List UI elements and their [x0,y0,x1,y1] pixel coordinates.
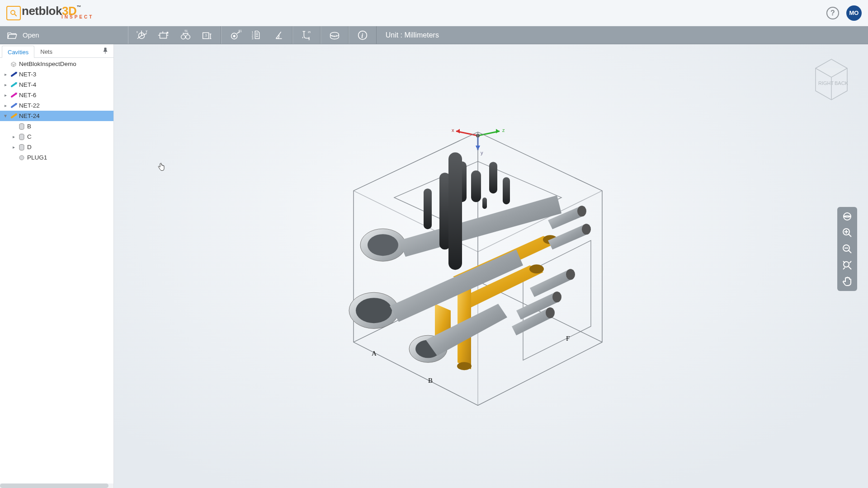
model-render: x z y [322,109,629,417]
logo-subtitle: INSPECT [61,15,121,19]
svg-text:51: 51 [184,29,188,33]
folder-open-icon [7,31,17,39]
sphere-icon [18,155,25,160]
tool-axis-origin[interactable]: xy [131,26,153,44]
tab-cavities[interactable]: Cavities [2,46,34,58]
open-button[interactable]: Open [0,26,47,44]
tool-section-view[interactable] [324,26,345,44]
sidebar-scrollbar[interactable] [0,483,113,488]
tool-dim-2[interactable]: .5 [196,26,218,44]
svg-point-38 [529,264,544,273]
svg-rect-5 [160,33,166,38]
tree-child-label: PLUG1 [27,154,47,161]
svg-rect-58 [482,197,487,209]
tool-cavity-callout[interactable]: 81 [224,26,246,44]
svg-point-50 [546,307,555,318]
svg-text:i: i [361,32,363,39]
svg-rect-56 [503,177,510,204]
pencil-icon [10,84,17,86]
unit-label: Unit : Millimeters [377,31,448,39]
svg-point-46 [577,206,586,216]
tree-child-b[interactable]: B [0,121,113,131]
chevron-icon: ▸ [11,145,16,150]
tree-child-d[interactable]: ▸ D [0,142,113,152]
tree-child-plug1[interactable]: PLUG1 [0,152,113,163]
tree-item-net-24[interactable]: ▼ NET-24 [0,111,113,121]
tool-orbit[interactable] [839,210,855,223]
svg-rect-55 [489,162,497,193]
svg-text:z: z [502,127,505,133]
tool-dim-1[interactable]: 51 [175,26,196,44]
chevron-icon: ▸ [3,93,8,98]
svg-text:RIGHT: RIGHT [818,80,834,86]
tree-item-net-4[interactable]: ▸ NET-4 [0,80,113,90]
tool-zoom-in[interactable] [839,226,855,239]
chevron-icon: ▸ [3,103,8,108]
help-button[interactable]: ? [826,7,839,19]
toolbar-group-5: i [349,26,377,44]
cyl-icon [18,134,25,140]
cyl-icon [18,123,25,130]
main-toolbar: Open xy 51 .5 81 123 25.5 [0,26,868,44]
tree-child-c[interactable]: ▸ C [0,131,113,142]
tree-child-label: B [27,123,31,130]
tree-item-net-3[interactable]: ▸ NET-3 [0,69,113,80]
tree-root[interactable]: NetBlokInspectDemo [0,59,113,69]
sidebar: Cavities Nets NetBlokInspectDemo ▸ NET-3… [0,44,114,488]
tool-step-list[interactable]: 123 [246,26,268,44]
toolbar-group-3: 25.5 [292,26,321,44]
tool-bend[interactable]: 25.5 [296,26,317,44]
tool-fit[interactable] [839,258,855,272]
cursor-indicator [157,163,165,173]
svg-point-6 [167,32,168,33]
block-icon [10,61,17,67]
svg-point-7 [181,35,185,39]
tree-item-label: NET-22 [19,102,40,109]
svg-text:.5: .5 [204,33,207,37]
tool-zoom-out[interactable] [839,242,855,256]
svg-point-47 [582,224,591,235]
tree-item-label: NET-6 [19,92,36,99]
cyl-icon [18,144,25,150]
viewport[interactable]: x z y [114,44,868,488]
svg-point-0 [11,10,15,14]
tree-item-label: NET-4 [19,81,36,88]
tree-item-label: NET-24 [19,113,40,119]
toolbar-group-1: xy 51 .5 [128,26,221,44]
tree-item-net-22[interactable]: ▸ NET-22 [0,100,113,111]
tree-item-label: NET-3 [19,71,36,78]
tool-info[interactable]: i [352,26,373,44]
tab-nets[interactable]: Nets [34,45,58,57]
pencil-icon [10,94,17,96]
pencil-icon [10,74,17,75]
sidebar-tabstrip: Cavities Nets [0,44,113,58]
tool-block-dim[interactable] [153,26,175,44]
svg-text:25: 25 [308,31,311,33]
svg-point-13 [233,35,235,37]
pencil-icon [10,115,17,117]
pin-icon[interactable] [103,47,108,55]
svg-point-49 [552,291,561,302]
svg-text:81: 81 [238,29,242,33]
svg-text:A: A [372,350,377,357]
svg-text:x: x [137,30,138,33]
tool-angle[interactable] [268,26,289,44]
svg-rect-57 [424,188,432,229]
tool-pan[interactable] [839,275,855,288]
svg-marker-28 [456,129,460,133]
tree-child-label: D [27,144,32,150]
svg-rect-54 [448,152,462,270]
tree-root-label: NetBlokInspectDemo [19,61,76,67]
toolbar-group-4 [321,26,349,44]
tree-item-net-6[interactable]: ▸ NET-6 [0,90,113,100]
user-avatar[interactable]: MO [846,5,862,21]
app-header: netblok3D™ INSPECT ? MO [0,0,868,26]
svg-point-39 [457,362,472,370]
view-cube[interactable]: RIGHT BACK [807,52,856,104]
pencil-icon [10,105,17,107]
view-tools [837,207,857,291]
svg-text:B: B [428,377,433,384]
svg-point-26 [19,155,24,160]
svg-text:BACK: BACK [835,80,849,86]
open-label: Open [23,31,39,39]
